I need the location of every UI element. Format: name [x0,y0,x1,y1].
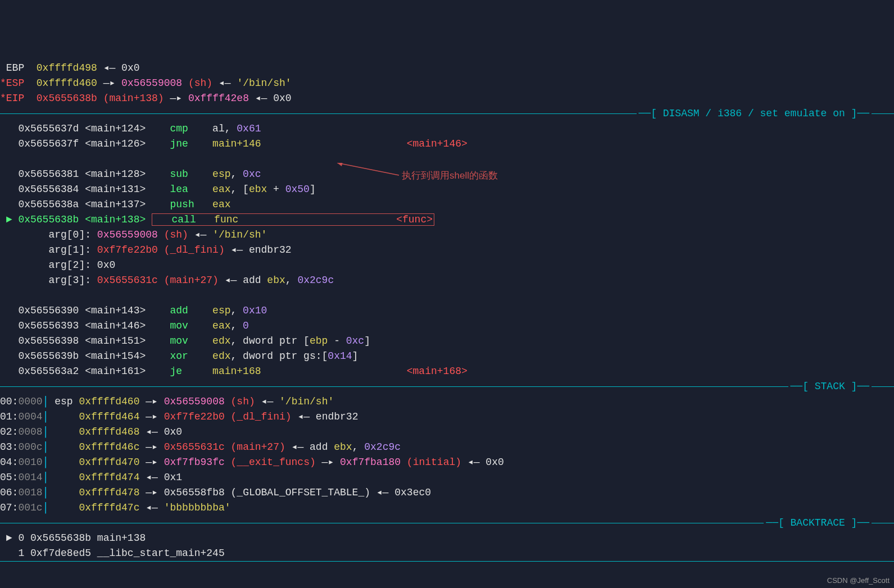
current-line-marker: ► [0,214,18,225]
stack-hex: 0008 [18,426,42,437]
disasm-line: 0x56556393 <main+146> mov eax, 0 [0,318,894,334]
disasm-arg-line: arg[1]: 0xf7fe22b0 (_dl_fini) ◂— endbr32 [0,243,894,258]
reg-eip-addr: 0x5655638b [37,93,97,104]
bt-sym: __libc_start_main+245 [97,548,225,559]
disasm-line: 0x565563a2 <main+161> je main+168 <main+… [0,364,894,379]
mnemonic: cmp [146,123,212,134]
disasm-arg-line: arg[0]: 0x56559008 (sh) ◂— '/bin/sh' [0,227,894,243]
disasm-line: 0x56556398 <main+151> mov edx, dword ptr… [0,334,894,349]
stack-addr: 0xffffd468 [79,426,139,437]
terminal-output: EBP 0xffffd498 ◂— 0x0*ESP 0xffffd460 —▸ … [0,61,894,562]
blank-line [0,288,894,303]
stack-offset: 04: [0,457,18,468]
stack-reg: esp [55,396,79,407]
mnemonic: jne [146,138,212,149]
annotation-callout: 执行到调用shell的函数 [337,163,416,185]
reg-ebp-label: EBP [0,62,37,74]
disasm-current-line: ► 0x5655638b <main+138> call func <func> [0,212,894,227]
stack-hex: 000c [18,441,42,453]
stack-offset: 05: [0,472,18,483]
stack-offset: 02: [0,426,18,437]
disasm-sym: <main+146> [79,320,146,331]
reg-eip-ptr: 0xffff42e8 [188,93,249,104]
stack-hex: 0000 [18,396,42,407]
disasm-sym: <main+124> [79,123,146,134]
disasm-sym: <main+161> [79,366,146,377]
register-ebp: EBP 0xffffd498 ◂— 0x0 [0,61,894,76]
section-backtrace-header: ──[ BACKTRACE ]── [0,516,894,531]
stack-hex: 001c [18,502,42,513]
mnemonic: je [146,366,212,377]
disasm-line: 0x5655639b <main+154> xor edx, dword ptr… [0,349,894,364]
stack-line: 06:0018│ 0xffffd478 —▸ 0x56558fb8 (_GLOB… [0,485,894,500]
disasm-sym: <main+126> [79,138,146,149]
stack-hex: 0018 [18,487,42,498]
bt-index: 0 [18,532,24,544]
stack-line: 04:0010│ 0xffffd470 —▸ 0xf7fb93fc (__exi… [0,455,894,470]
bt-index: 1 [18,548,24,559]
bt-marker [0,548,18,559]
stack-offset: 03: [0,441,18,453]
reg-eip-label: *EIP [0,93,37,104]
bt-addr: 0xf7de8ed5 [24,548,97,559]
stack-offset: 06: [0,487,18,498]
bt-marker: ► [0,532,18,544]
disasm-arg-line: arg[2]: 0x0 [0,258,894,273]
stack-hex: 0014 [18,472,42,483]
stack-hex: 0010 [18,457,42,468]
bt-addr: 0x5655638b [24,532,97,544]
mnemonic: add [146,305,212,316]
disasm-line: 0x56556390 <main+143> add esp, 0x10 [0,303,894,318]
reg-esp-str: '/bin/sh' [237,78,291,89]
reg-esp-addr: 0xffffd460 [37,78,97,89]
stack-addr: 0xffffd464 [79,411,139,422]
stack-line: 05:0014│ 0xffffd474 ◂— 0x1 [0,470,894,485]
stack-addr: 0xffffd470 [79,457,139,468]
disasm-addr: 0x56556384 [18,184,79,195]
stack-line: 00:0000│ esp 0xffffd460 —▸ 0x56559008 (s… [0,394,894,409]
stack-offset: 00: [0,396,18,407]
disasm-addr: 0x5655639b [18,350,79,362]
disasm-addr: 0x5655638b [18,214,79,225]
mnemonic: push [146,199,212,210]
register-eip: *EIP 0x5655638b (main+138) —▸ 0xffff42e8… [0,91,894,106]
mnemonic: mov [146,335,212,347]
stack-addr: 0xffffd474 [79,472,139,483]
blank-line [0,152,894,167]
register-esp: *ESP 0xffffd460 —▸ 0x56559008 (sh) ◂— '/… [0,76,894,91]
call-func-box: call func <func> [152,213,434,226]
annotation-text: 执行到调用shell的函数 [402,168,498,183]
disasm-sym: <main+128> [79,168,146,180]
bt-sym: main+138 [97,532,146,544]
backtrace-line: 1 0xf7de8ed5 __libc_start_main+245 [0,546,894,561]
stack-line: 02:0008│ 0xffffd468 ◂— 0x0 [0,425,894,440]
svg-line-0 [337,163,399,175]
stack-offset: 07: [0,502,18,513]
disasm-sym: <main+137> [79,199,146,210]
reg-ebp-addr: 0xffffd498 [37,62,97,74]
mnemonic: sub [146,168,212,180]
disasm-addr: 0x5655637d [18,123,79,134]
disasm-sym: <main+151> [79,335,146,347]
disasm-addr: 0x56556398 [18,335,79,347]
disasm-addr: 0x5655637f [18,138,79,149]
stack-addr: 0xffffd46c [79,441,139,453]
disasm-arg-line: arg[3]: 0x5655631c (main+27) ◂— add ebx,… [0,273,894,288]
disasm-line: 0x5655637f <main+126> jne main+146 <main… [0,136,894,152]
disasm-addr: 0x56556381 [18,168,79,180]
mnemonic: xor [146,350,212,362]
reg-ebp-val: 0x0 [121,62,139,74]
reg-esp-label: *ESP [0,78,37,89]
stack-hex: 0004 [18,411,42,422]
section-disasm-header: ──[ DISASM / i386 / set emulate on ]── [0,106,894,121]
disasm-addr: 0x5655638a [18,199,79,210]
backtrace-line: ► 0 0x5655638b main+138 [0,531,894,546]
section-stack-header: ──[ STACK ]── [0,379,894,394]
stack-line: 07:001c│ 0xffffd47c ◂— 'bbbbbbbba' [0,500,894,516]
stack-addr: 0xffffd478 [79,487,139,498]
disasm-sym: <main+131> [79,184,146,195]
stack-addr: 0xffffd460 [79,396,139,407]
mnemonic: mov [146,320,212,331]
disasm-sym: <main+143> [79,305,146,316]
stack-addr: 0xffffd47c [79,502,139,513]
